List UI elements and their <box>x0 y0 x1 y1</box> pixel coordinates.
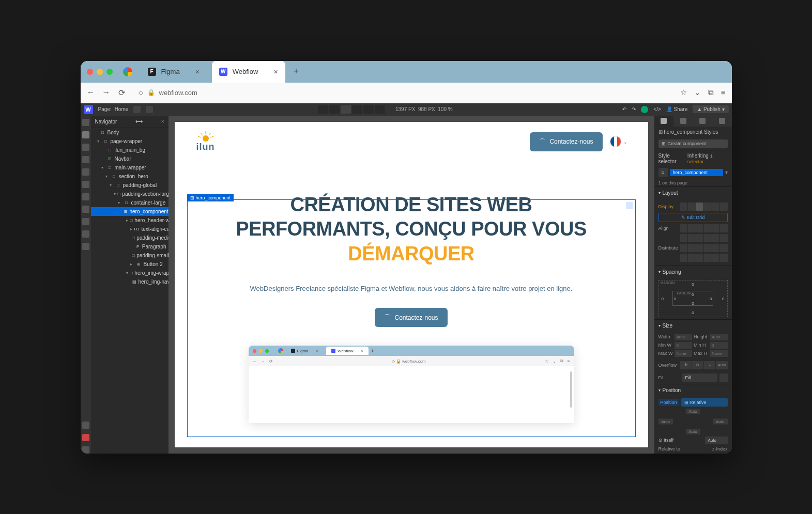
settings-tab[interactable] <box>673 116 693 127</box>
tree-row[interactable]: ▤hero_img-navigator <box>91 277 168 286</box>
edit-grid-button[interactable]: ✎ Edit Grid <box>658 213 728 222</box>
redo-icon[interactable]: ↷ <box>632 106 636 112</box>
dist-btn[interactable] <box>712 244 720 252</box>
apps-icon[interactable] <box>82 230 89 238</box>
device-mobile-l[interactable] <box>363 105 374 114</box>
tree-row[interactable]: □padding-medium <box>91 233 168 242</box>
search-icon[interactable] <box>82 446 89 454</box>
more-icon[interactable]: ⋯ <box>723 129 728 135</box>
display-none-button[interactable] <box>720 203 728 211</box>
dist-btn[interactable] <box>680 244 688 252</box>
tree-row[interactable]: ▸□hero_header-wrapper <box>91 216 168 225</box>
undo-icon[interactable]: ↶ <box>622 106 626 112</box>
tab-figma[interactable]: F Figma × <box>141 61 207 83</box>
eye-icon[interactable] <box>146 106 153 113</box>
components-icon[interactable] <box>82 156 89 163</box>
tree-row[interactable]: ▸⊕Button 2 <box>91 260 168 269</box>
dist-btn[interactable] <box>680 254 688 262</box>
add-icon[interactable] <box>82 119 89 126</box>
maxw-input[interactable] <box>675 350 693 357</box>
display-grid-button[interactable] <box>696 203 704 211</box>
pocket-icon[interactable]: ⌄ <box>694 88 701 97</box>
dist-btn[interactable] <box>704 244 712 252</box>
tree-row[interactable]: □ilun_main_bg <box>91 146 168 154</box>
offset-bottom-input[interactable]: Auto <box>685 429 700 434</box>
device-desktop[interactable] <box>329 105 340 114</box>
publish-button[interactable]: ▲ Publish ▾ <box>693 105 728 113</box>
grid-badge-icon[interactable] <box>626 202 633 209</box>
cms-icon[interactable] <box>82 168 89 176</box>
fit-select[interactable]: Fill <box>682 373 717 382</box>
device-xl[interactable] <box>318 105 328 114</box>
close-panel-icon[interactable]: × <box>161 119 164 124</box>
offset-top-input[interactable]: Auto <box>685 409 700 414</box>
ecommerce-icon[interactable] <box>82 181 89 188</box>
selection-tag[interactable]: ⊞ hero_component <box>187 194 234 201</box>
dist-btn[interactable] <box>712 254 720 262</box>
tree-row[interactable]: ▾□section_hero <box>91 172 168 181</box>
assets-icon[interactable] <box>82 206 89 213</box>
tree-row[interactable]: ▾□padding-global <box>91 181 168 190</box>
variables-icon[interactable] <box>82 243 89 250</box>
webflow-logo[interactable]: W <box>84 105 93 114</box>
menu-icon[interactable]: ≡ <box>721 88 726 97</box>
justify-btn[interactable] <box>712 234 720 242</box>
pages-icon[interactable] <box>82 144 89 151</box>
justify-btn[interactable] <box>688 234 696 242</box>
navigator-icon[interactable] <box>82 131 89 138</box>
align-btn[interactable] <box>712 224 720 232</box>
collapse-icon[interactable]: ⟷ <box>135 119 143 124</box>
offset-right-input[interactable]: Auto <box>713 418 727 424</box>
align-btn[interactable] <box>680 224 688 232</box>
effects-tab[interactable] <box>712 116 732 127</box>
display-block-button[interactable] <box>680 203 688 211</box>
display-inline-button[interactable] <box>712 203 720 211</box>
device-mobile[interactable] <box>375 105 385 114</box>
tree-row[interactable]: ⊞Navbar <box>91 154 168 163</box>
help-icon[interactable] <box>82 422 89 429</box>
align-btn[interactable] <box>704 224 712 232</box>
tree-row[interactable]: ▸H1text-align-center <box>91 225 168 233</box>
layout-section-header[interactable]: ▾Layout <box>654 186 732 199</box>
minimize-window-button[interactable] <box>97 69 103 75</box>
close-tab-icon[interactable]: × <box>195 68 200 76</box>
state-selector[interactable]: ≡ <box>658 168 668 177</box>
forward-button[interactable]: → <box>102 88 111 97</box>
device-base[interactable] <box>341 105 351 114</box>
bookmark-icon[interactable]: ☆ <box>680 88 687 97</box>
display-inlineblock-button[interactable] <box>704 203 712 211</box>
spacing-box-model[interactable]: MARGIN PADDING 0 0 0 0 0 0 0 0 <box>658 280 728 317</box>
dist-btn[interactable] <box>720 244 728 252</box>
offset-left-input[interactable]: Auto <box>658 418 673 424</box>
overflow-visible-button[interactable]: 👁 <box>680 361 692 369</box>
tree-row[interactable]: ▾□main-wrapper <box>91 163 168 172</box>
language-selector[interactable]: ⌄ <box>610 136 627 147</box>
video-icon[interactable] <box>82 434 89 441</box>
dist-btn[interactable] <box>696 244 704 252</box>
code-icon[interactable]: </> <box>653 106 661 112</box>
users-icon[interactable] <box>82 193 89 200</box>
comment-icon[interactable] <box>133 106 141 113</box>
minh-input[interactable] <box>710 342 728 349</box>
justify-btn[interactable] <box>680 234 688 242</box>
close-window-button[interactable] <box>87 69 93 75</box>
position-select[interactable]: ⊞ Relative <box>681 398 728 407</box>
size-section-header[interactable]: ▾Size <box>654 319 732 332</box>
align-btn[interactable] <box>688 224 696 232</box>
contact-button[interactable]: ⌒ Contactez-nous <box>530 132 602 151</box>
overflow-auto-button[interactable]: Auto <box>716 361 727 369</box>
justify-btn[interactable] <box>696 234 704 242</box>
close-tab-icon[interactable]: × <box>273 68 278 76</box>
tree-row[interactable]: □padding-small <box>91 251 168 260</box>
dist-btn[interactable] <box>688 244 696 252</box>
spacing-section-header[interactable]: ▾Spacing <box>654 266 732 278</box>
device-tablet[interactable] <box>352 105 362 114</box>
minw-input[interactable] <box>675 342 693 349</box>
maximize-window-button[interactable] <box>106 69 113 75</box>
reload-button[interactable]: ⟳ <box>118 88 126 97</box>
url-field[interactable]: ◇ 🔒 webflow.com <box>133 89 673 97</box>
dist-btn[interactable] <box>688 254 696 262</box>
align-btn[interactable] <box>696 224 704 232</box>
dist-btn[interactable] <box>704 254 712 262</box>
tree-row[interactable]: ▾□hero_img-wrapper <box>91 269 168 277</box>
